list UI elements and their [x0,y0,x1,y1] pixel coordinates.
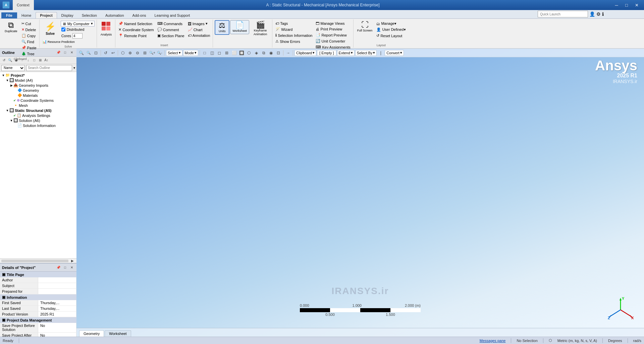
outline-float-icon[interactable]: □ [62,50,68,55]
vp-undo-btn[interactable]: ↺ [102,50,109,56]
vp-sel9-btn[interactable]: ⧉ [260,50,267,56]
details-close-icon[interactable]: ✕ [69,265,74,270]
wizard-button[interactable]: 🪄 Wizard [274,26,314,32]
ribbon-tab-learning[interactable]: Learning and Support [151,12,194,18]
vp-sel4-btn[interactable]: ⊞ [223,50,230,56]
tree-item-sol-info[interactable]: 📄 Solution Information [1,123,76,128]
details-float-icon[interactable]: □ [62,265,68,270]
print-preview-button[interactable]: 🖨 Print Preview [314,26,352,32]
ribbon-tab-file[interactable]: File [1,12,17,18]
vp-sel11-btn[interactable]: ⊡ [275,50,282,56]
find-button[interactable]: 🔍 Find [20,39,38,45]
ribbon-tab-home[interactable]: Home [17,12,35,18]
tree-expand-solution[interactable]: ▼ [9,119,13,122]
paste-button[interactable]: 📌 Paste [20,45,38,51]
vp-sel1-btn[interactable]: □ [201,50,208,56]
vp-minus-btn[interactable]: ⊖ [134,50,141,56]
tree-expand-project[interactable]: ▼ [1,74,5,77]
vp-fit-btn[interactable]: ⊞ [142,50,148,56]
delete-button[interactable]: ✕ Delete [20,27,38,32]
outline-scrollbar[interactable]: ▶ [0,258,76,263]
vp-sel6-btn[interactable]: 🔲 [238,50,245,56]
keyframe-button[interactable]: 🎬 Keyframe Animation [250,20,271,37]
extend-dropdown[interactable]: Extend ▾ [337,50,355,56]
settings-icon[interactable]: ⚙ [596,11,601,17]
vp-sel10-btn[interactable]: ◉ [268,50,274,56]
title-tab-context[interactable]: Context [13,0,34,10]
vp-sel8-btn[interactable]: ◈ [253,50,260,56]
ribbon-tab-project[interactable]: Project [36,12,57,18]
vp-plus-btn[interactable]: ⊕ [127,50,133,56]
ribbon-tab-addons[interactable]: Add-ons [128,12,150,18]
duplicate-button[interactable]: ⧉ Duplicate [3,20,19,34]
tab-worksheet[interactable]: Worksheet [105,330,131,337]
vp-zoom2-btn[interactable]: 🔍 [85,50,92,56]
tree-expand-static[interactable]: ▼ [5,109,9,112]
tree-item-static[interactable]: ▼ 🔲 Static Structural (A5) [1,108,76,113]
mode-dropdown[interactable]: Mode ▾ [183,50,199,56]
tree-item-solution[interactable]: ▼ 🔲 Solution (A6) [1,118,76,123]
outline-sort-icon[interactable]: A↕ [44,58,49,63]
tree-expand-model[interactable]: ▼ [5,79,9,82]
comment-button[interactable]: 💬 Comment [156,27,186,32]
unit-converter-button[interactable]: 🔄 Unit Converter [314,38,352,44]
tree-button[interactable]: 🌲 Tree [20,51,38,57]
minimize-button[interactable]: ─ [612,2,621,8]
cores-input[interactable] [72,33,83,39]
tree-item-model[interactable]: ▼ 🔲 Model (A4) [1,78,76,83]
tab-geometry[interactable]: Geometry [79,330,104,337]
tree-item-coord[interactable]: ✔ ⊕ Coordinate Systems [1,98,76,103]
coordinate-system-button[interactable]: ✕ Coordinate System [117,27,155,32]
vp-sel2-btn[interactable]: ◫ [209,50,215,56]
save-before-value[interactable]: No [38,323,76,332]
user-defined-button[interactable]: 👤 User Defined▾ [375,27,407,32]
quick-launch-input[interactable] [538,11,588,17]
show-errors-button[interactable]: ⚠ Show Errors [274,39,314,44]
solve-button[interactable]: ⚡ Solve [42,20,59,37]
remote-point-button[interactable]: 📍 Remote Point [117,33,155,39]
tree-item-geometry[interactable]: 🔷 Geometry [1,88,76,93]
images-button[interactable]: 🖼 Images ▾ [186,21,212,26]
save-after-value[interactable]: No [38,333,76,337]
distributed-checkbox[interactable] [61,27,65,31]
copy-button[interactable]: 📋 Copy [20,33,38,39]
outline-pin-icon[interactable]: 📌 [56,50,61,55]
h-scrollbar[interactable] [1,260,68,262]
clipboard-dropdown[interactable]: Clipboard ▾ [294,50,316,56]
vp-frame-btn[interactable]: ⊡ [93,50,99,56]
tree-item-materials[interactable]: 🔶 Materials [1,93,76,98]
selection-info-button[interactable]: ℹ Selection Information [274,32,314,38]
worksheet-button[interactable]: 📄 Worksheet [230,20,249,34]
tree-expand-geom[interactable]: ▶ [9,84,13,87]
ribbon-tab-display[interactable]: Display [57,12,77,18]
ribbon-tab-selection[interactable]: Selection [78,12,101,18]
vp-zoom-btn[interactable]: 🔍 [78,50,85,56]
select-dropdown[interactable]: Select ▾ [166,50,182,56]
subject-value[interactable] [38,283,76,288]
commands-button[interactable]: ⌨ Commands [156,21,186,26]
vp-sel5-btn[interactable]: ⬜ [231,50,237,56]
convert-dropdown[interactable]: Convert ▾ [385,50,404,56]
section-plane-button[interactable]: ▣ Section Plane [156,33,186,39]
section-title-page[interactable]: ▣ Title Page [0,272,76,277]
outline-tb-btn7[interactable]: ⊞ [38,58,43,63]
tree-item-geom-imports[interactable]: ▶ 📥 Geometry Imports [1,83,76,88]
search-input[interactable] [26,65,72,71]
computer-dropdown[interactable]: 🖥 My Computer ▾ [61,21,95,26]
empty-btn[interactable]: [ Empty ] [317,50,336,56]
filter-type-select[interactable]: Name [1,65,25,71]
vp-hex-btn[interactable]: ⬡ [119,50,126,56]
reset-layout-button[interactable]: ↺ Reset Layout [375,33,407,39]
manage-button[interactable]: 🗂 Manage▾ [375,21,407,26]
vp-zoom3-btn[interactable]: 🔍+ [149,50,156,56]
tags-button[interactable]: 🏷 Tags [274,21,314,26]
vp-arrow-btn[interactable]: → [285,50,291,56]
prepared-value[interactable] [38,289,76,294]
report-preview-button[interactable]: 📑 Report Preview [314,32,352,38]
full-screen-button[interactable]: ⛶ Full Screen [355,20,375,33]
author-value[interactable] [38,277,76,283]
tree-item-project[interactable]: ▼ 📁 Project* [1,73,76,78]
outline-close-icon[interactable]: ✕ [69,50,74,55]
chart-button[interactable]: 📈 Chart [186,27,212,32]
analysis-button[interactable]: Analysis [99,20,114,38]
